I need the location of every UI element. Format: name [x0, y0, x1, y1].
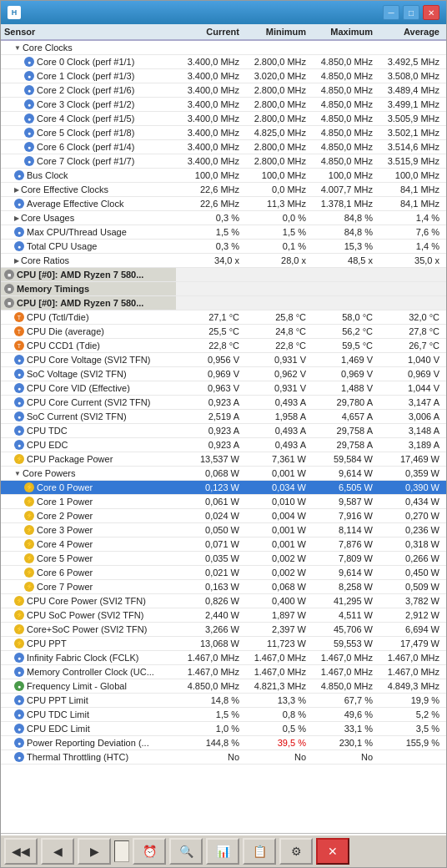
table-row[interactable]: ▶ Core Ratios 34,0 x 28,0 x 48,5 x 35,0 …: [1, 254, 446, 268]
table-row[interactable]: T CPU CCD1 (Tdie) 22,8 °C 22,8 °C 59,5 °…: [1, 339, 446, 353]
sensor-icon: ●: [14, 653, 24, 663]
table-row[interactable]: ⚡ CPU Package Power 13,537 W 7,361 W 59,…: [1, 452, 446, 467]
col-current[interactable]: Current: [176, 26, 243, 38]
table-row[interactable]: ▶ Core Usages 0,3 % 0,0 % 84,8 % 1,4 %: [1, 211, 446, 225]
table-row[interactable]: ● Core 0 Clock (perf #1/1) 3.400,0 MHz 2…: [1, 55, 446, 69]
table-row[interactable]: ● Average Effective Clock 22,6 MHz 11,3 …: [1, 197, 446, 211]
table-row[interactable]: ⚡ Core 7 Power 0,163 W 0,068 W 8,258 W 0…: [1, 580, 446, 594]
table-row[interactable]: ■ CPU [#0]: AMD Ryzen 7 580...: [1, 268, 446, 282]
table-row[interactable]: ■ CPU [#0]: AMD Ryzen 7 580...: [1, 296, 446, 310]
current-value: 144,8 %: [176, 736, 243, 749]
table-row[interactable]: ■ Memory Timings: [1, 282, 446, 296]
table-row[interactable]: ▼ Core Clocks: [1, 41, 446, 55]
table-row[interactable]: ● Power Reporting Deviation (... 144,8 %…: [1, 736, 446, 750]
table-row[interactable]: ⚡ CPU SoC Power (SVI2 TFN) 2,440 W 1,897…: [1, 608, 446, 623]
table-row[interactable]: ● Core 3 Clock (perf #1/2) 3.400,0 MHz 2…: [1, 98, 446, 112]
table-row[interactable]: ● Total CPU Usage 0,3 % 0,1 % 15,3 % 1,4…: [1, 240, 446, 254]
table-row[interactable]: ⚡ Core 5 Power 0,035 W 0,002 W 7,809 W 0…: [1, 552, 446, 566]
maximum-value: 4.850,0 MHz: [309, 69, 376, 83]
table-row[interactable]: ● Core 2 Clock (perf #1/6) 3.400,0 MHz 2…: [1, 83, 446, 98]
export-button[interactable]: 📋: [243, 838, 276, 865]
table-row[interactable]: ⚡ Core 0 Power 0,123 W 0,034 W 6,505 W 0…: [1, 481, 446, 495]
table-row[interactable]: ● Core 7 Clock (perf #1/7) 3.400,0 MHz 2…: [1, 154, 446, 169]
minimize-button[interactable]: ─: [383, 5, 399, 20]
table-row[interactable]: ● CPU EDC Limit 1,0 % 0,5 % 33,1 % 3,5 %: [1, 722, 446, 736]
table-row[interactable]: ● CPU Core Voltage (SVI2 TFN) 0,956 V 0,…: [1, 353, 446, 367]
average-value: 1.467,0 MHz: [376, 665, 443, 679]
table-row[interactable]: ⚡ CPU Core Power (SVI2 TFN) 0,826 W 0,40…: [1, 594, 446, 608]
table-row[interactable]: ⚡ Core 2 Power 0,024 W 0,004 W 7,916 W 0…: [1, 509, 446, 523]
table-row[interactable]: ● Bus Clock 100,0 MHz 100,0 MHz 100,0 MH…: [1, 169, 446, 183]
sensor-label: ● Core 2 Clock (perf #1/6): [1, 83, 176, 97]
table-row[interactable]: ▼ Core Powers 0,068 W 0,001 W 9,614 W 0,…: [1, 467, 446, 481]
label-text: Core 5 Clock (perf #1/8): [37, 128, 134, 138]
close-button[interactable]: ✕: [423, 5, 439, 20]
table-row[interactable]: ⚡ Core+SoC Power (SVI2 TFN) 3,266 W 2,39…: [1, 623, 446, 637]
table-row[interactable]: T CPU (Tctl/Tdie) 27,1 °C 25,8 °C 58,0 °…: [1, 310, 446, 325]
col-maximum[interactable]: Maximum: [309, 26, 376, 38]
current-value: 0,123 W: [176, 481, 243, 494]
table-row[interactable]: ● Infinity Fabric Clock (FCLK) 1.467,0 M…: [1, 651, 446, 665]
settings-button[interactable]: ⚙: [279, 838, 313, 865]
title-bar: H ─ □ ✕: [1, 1, 446, 24]
table-row[interactable]: ● CPU Core Current (SVI2 TFN) 0,923 A 0,…: [1, 396, 446, 410]
table-row[interactable]: ● Memory Controller Clock (UC... 1.467,0…: [1, 665, 446, 679]
table-row[interactable]: ● CPU TDC 0,923 A 0,493 A 29,758 A 3,148…: [1, 424, 446, 438]
search-button[interactable]: 🔍: [169, 838, 203, 865]
clock-icon-btn[interactable]: ⏰: [133, 838, 166, 865]
table-row[interactable]: ● Core 5 Clock (perf #1/8) 3.400,0 MHz 4…: [1, 126, 446, 140]
average-value: 3.502,1 MHz: [376, 126, 443, 139]
minimum-value: 2,397 W: [243, 623, 309, 636]
table-row[interactable]: ● Core 1 Clock (perf #1/3) 3.400,0 MHz 3…: [1, 69, 446, 83]
table-row[interactable]: ● Max CPU/Thread Usage 1,5 % 1,5 % 84,8 …: [1, 225, 446, 240]
minimum-value: 1.467,0 MHz: [243, 651, 309, 664]
table-row[interactable]: ● Core 6 Clock (perf #1/4) 3.400,0 MHz 2…: [1, 140, 446, 154]
label-text: CPU PPT: [27, 638, 67, 648]
current-value: 3,266 W: [176, 623, 243, 636]
col-sensor[interactable]: Sensor: [1, 26, 176, 38]
current-value: 22,8 °C: [176, 339, 243, 352]
sensor-list[interactable]: ▼ Core Clocks ● Core 0 Clock (perf #1/1)…: [1, 41, 446, 834]
table-row[interactable]: ● CPU TDC Limit 1,5 % 0,8 % 49,6 % 5,2 %: [1, 708, 446, 722]
minimum-value: 1,958 A: [243, 410, 309, 423]
forward-button[interactable]: ▶: [78, 838, 111, 865]
table-row[interactable]: ● Thermal Throttling (HTC) No No No: [1, 750, 446, 765]
current-value: 22,6 MHz: [176, 197, 243, 210]
minimum-value: 0,1 %: [243, 240, 309, 253]
back-button[interactable]: ◀: [41, 838, 74, 865]
current-value: 0,923 A: [176, 424, 243, 437]
sensor-label: ● CPU PPT Limit: [1, 694, 176, 707]
minimum-value: 0,493 A: [243, 438, 309, 452]
stop-button[interactable]: ✕: [316, 838, 349, 865]
maximum-value: 4.007,7 MHz: [309, 183, 376, 196]
current-value: [176, 296, 243, 310]
col-average[interactable]: Average: [376, 26, 443, 38]
table-row[interactable]: ● SoC Voltage (SVI2 TFN) 0,969 V 0,962 V…: [1, 367, 446, 381]
col-minimum[interactable]: Minimum: [243, 26, 309, 38]
table-row[interactable]: ● CPU Core VID (Effective) 0,963 V 0,931…: [1, 381, 446, 396]
label-text: Thermal Throttling (HTC): [27, 752, 128, 762]
layout-button[interactable]: 📊: [206, 838, 239, 865]
rewind-button[interactable]: ◀◀: [4, 838, 38, 865]
table-row[interactable]: ⚡ Core 3 Power 0,050 W 0,001 W 8,114 W 0…: [1, 523, 446, 537]
average-value: 0,270 W: [376, 509, 443, 522]
table-row[interactable]: ⚡ Core 4 Power 0,071 W 0,001 W 7,876 W 0…: [1, 537, 446, 552]
table-row[interactable]: ⚡ CPU PPT 13,068 W 11,723 W 59,553 W 17,…: [1, 637, 446, 651]
table-row[interactable]: ● Frequency Limit - Global 4.850,0 MHz 4…: [1, 679, 446, 694]
maximize-button[interactable]: □: [403, 5, 419, 20]
table-row[interactable]: ⚡ Core 1 Power 0,061 W 0,010 W 9,587 W 0…: [1, 495, 446, 509]
table-row[interactable]: ▶ Core Effective Clocks 22,6 MHz 0,0 MHz…: [1, 183, 446, 197]
current-value: 4.850,0 MHz: [176, 679, 243, 693]
table-row[interactable]: T CPU Die (average) 25,5 °C 24,8 °C 56,2…: [1, 325, 446, 339]
power-icon: ⚡: [24, 582, 34, 592]
label-text: CPU SoC Power (SVI2 TFN): [27, 610, 143, 620]
maximum-value: 59,553 W: [309, 637, 376, 650]
label-text: Core Powers: [23, 468, 76, 478]
table-row[interactable]: ⚡ Core 6 Power 0,021 W 0,002 W 9,614 W 0…: [1, 566, 446, 580]
maximum-value: 0,969 V: [309, 367, 376, 381]
table-row[interactable]: ● SoC Current (SVI2 TFN) 2,519 A 1,958 A…: [1, 410, 446, 424]
current-value: 3.400,0 MHz: [176, 55, 243, 68]
table-row[interactable]: ● CPU EDC 0,923 A 0,493 A 29,758 A 3,189…: [1, 438, 446, 452]
table-row[interactable]: ● Core 4 Clock (perf #1/5) 3.400,0 MHz 2…: [1, 112, 446, 126]
table-row[interactable]: ● CPU PPT Limit 14,8 % 13,3 % 67,7 % 19,…: [1, 694, 446, 708]
